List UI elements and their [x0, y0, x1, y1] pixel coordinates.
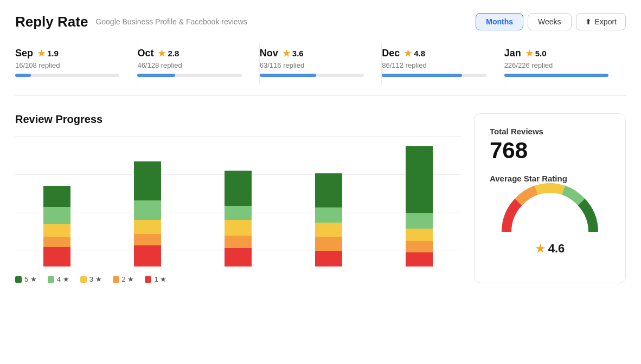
bar-segment: [315, 223, 342, 237]
month-card-jan: Jan ★ 5.0 226/226 replied: [504, 43, 626, 84]
bar-segment: [134, 161, 161, 200]
header-controls: Months Weeks ⬆ Export: [476, 13, 626, 30]
export-label: Export: [595, 17, 617, 26]
bar-segment: [315, 207, 342, 223]
bar-segment: [406, 252, 433, 266]
month-header: Jan ★ 5.0: [504, 48, 617, 59]
legend-color: [15, 276, 22, 283]
bar-group-nov: [202, 171, 275, 266]
bar-segment: [225, 171, 252, 206]
progress-bar-fill: [260, 74, 316, 77]
stacked-bar: [406, 146, 433, 266]
month-header: Oct ★ 2.8: [137, 48, 250, 59]
progress-bar-bg: [504, 74, 608, 77]
legend-item: 5 ★: [15, 275, 37, 283]
gauge-value: ★ 4.6: [535, 242, 565, 256]
star-icon: ★: [158, 48, 165, 58]
month-card-sep: Sep ★ 1.9 16/108 replied: [15, 43, 137, 84]
month-name: Jan: [504, 48, 521, 59]
bar-segment: [134, 234, 161, 245]
chart-section: Review Progress 5 ★ 4 ★ 3 ★ 2 ★ 1 ★: [15, 113, 461, 283]
avg-rating-section: Average Star Rating: [490, 174, 610, 256]
legend-item: 3 ★: [80, 275, 102, 283]
replied-text: 46/128 replied: [137, 61, 250, 69]
weeks-button[interactable]: Weeks: [528, 13, 572, 30]
progress-bar-fill: [137, 74, 175, 77]
legend-item: 4 ★: [48, 275, 69, 283]
header: Reply Rate Google Business Profile & Fac…: [15, 13, 626, 30]
legend-item: 1 ★: [145, 275, 166, 283]
months-row: Sep ★ 1.9 16/108 replied Oct ★ 2.8 46/12…: [15, 43, 626, 96]
bars-container: [21, 136, 456, 266]
legend-label: 2 ★: [122, 275, 134, 283]
legend-color: [113, 276, 119, 283]
month-name: Oct: [137, 48, 153, 59]
avg-rating-label: Average Star Rating: [490, 174, 610, 183]
bar-segment: [315, 173, 342, 207]
export-icon: ⬆: [585, 17, 592, 26]
bar-segment: [43, 186, 70, 207]
legend-row: 5 ★ 4 ★ 3 ★ 2 ★ 1 ★: [15, 275, 461, 283]
bar-group-sep: [21, 186, 94, 266]
gauge-wrapper: [501, 183, 599, 237]
bar-segment: [406, 241, 433, 252]
stacked-bar: [225, 171, 252, 266]
bar-segment: [406, 229, 433, 241]
stacked-bar: [134, 161, 161, 266]
legend-label: 4 ★: [57, 275, 69, 283]
bar-group-jan: [382, 146, 456, 266]
bar-segment: [225, 220, 252, 236]
gauge-rating: 4.6: [548, 242, 565, 256]
gauge-container: ★ 4.6: [490, 183, 610, 256]
month-name: Dec: [382, 48, 400, 59]
star-rating: ★ 3.6: [283, 48, 304, 58]
total-reviews-value: 768: [490, 138, 610, 163]
bar-segment: [406, 213, 433, 229]
month-name: Nov: [260, 48, 278, 59]
stacked-bar: [43, 186, 70, 266]
replied-text: 86/112 replied: [382, 61, 495, 69]
total-reviews-section: Total Reviews 768: [490, 127, 610, 163]
gauge-svg: [501, 183, 599, 237]
bar-segment: [43, 237, 70, 246]
legend-label: 1 ★: [154, 275, 166, 283]
star-rating: ★ 5.0: [525, 48, 547, 58]
bar-group-oct: [111, 161, 184, 266]
subtitle: Google Business Profile & Facebook revie…: [95, 17, 247, 26]
progress-bar-fill: [15, 74, 31, 77]
star-icon: ★: [404, 48, 412, 58]
progress-bar-fill: [504, 74, 608, 77]
month-name: Sep: [15, 48, 33, 59]
months-button[interactable]: Months: [476, 13, 523, 30]
total-reviews-label: Total Reviews: [490, 127, 610, 136]
legend-color: [48, 276, 54, 283]
bar-segment: [225, 206, 252, 220]
legend-label: 3 ★: [89, 275, 102, 283]
gauge-star-icon: ★: [535, 242, 545, 255]
stats-panel: Total Reviews 768 Average Star Rating: [474, 113, 626, 283]
month-header: Sep ★ 1.9: [15, 48, 128, 59]
progress-bar-bg: [260, 74, 364, 77]
export-button[interactable]: ⬆ Export: [576, 13, 626, 30]
bar-segment: [134, 220, 161, 234]
replied-text: 63/116 replied: [260, 61, 373, 69]
star-rating: ★ 2.8: [158, 48, 179, 58]
bar-segment: [43, 247, 70, 266]
bar-segment: [225, 236, 252, 248]
star-rating: ★ 1.9: [37, 48, 59, 58]
progress-bar-fill: [382, 74, 462, 77]
replied-text: 226/226 replied: [504, 61, 617, 69]
bar-segment: [406, 146, 433, 213]
page-title: Reply Rate: [15, 14, 88, 30]
bar-segment: [315, 237, 342, 251]
bottom-section: Review Progress 5 ★ 4 ★ 3 ★ 2 ★ 1 ★ Tota…: [15, 113, 626, 283]
chart-area: [15, 136, 461, 266]
month-card-dec: Dec ★ 4.8 86/112 replied: [382, 43, 504, 84]
replied-text: 16/108 replied: [15, 61, 128, 69]
bar-segment: [43, 224, 70, 237]
bar-segment: [134, 200, 161, 220]
bar-group-dec: [292, 173, 365, 266]
header-left: Reply Rate Google Business Profile & Fac…: [15, 14, 247, 30]
star-icon: ★: [283, 48, 290, 58]
progress-bar-bg: [382, 74, 486, 77]
